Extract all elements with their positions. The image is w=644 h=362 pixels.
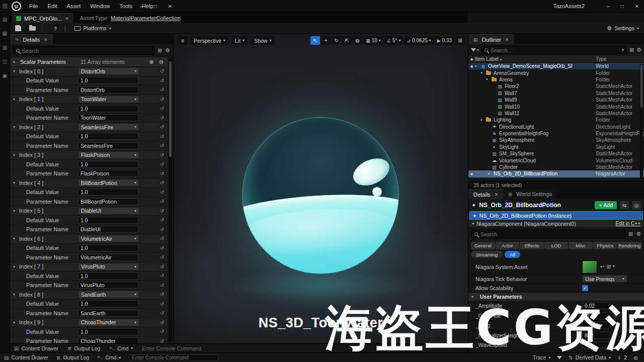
category-physics[interactable]: Physics bbox=[593, 242, 617, 249]
console-command-input[interactable]: Enter Console Command bbox=[142, 345, 201, 351]
gear-icon[interactable]: ⚙ bbox=[165, 47, 170, 54]
menu-edit[interactable]: Edit bbox=[48, 3, 57, 9]
expander-icon[interactable]: ▾ bbox=[13, 69, 19, 73]
browse-asset-icon[interactable]: ⊞ bbox=[606, 264, 610, 269]
param-type-dropdown[interactable]: BillBoardPotion▾ bbox=[78, 179, 139, 187]
reset-to-default-icon[interactable]: ↺ bbox=[156, 134, 168, 139]
expander-icon[interactable]: ▾ bbox=[13, 60, 19, 64]
column-item-label[interactable]: Item Label bbox=[475, 56, 499, 62]
add-component-button[interactable]: + Add bbox=[595, 201, 617, 209]
use-selected-asset-icon[interactable]: ↩ bbox=[600, 264, 604, 269]
parameter-name-input[interactable] bbox=[78, 282, 138, 289]
outliner-row[interactable]: ▧Wall9StaticMeshActor bbox=[468, 97, 644, 103]
cmd-dropdown[interactable]: >_ Cmd ▾ bbox=[109, 345, 133, 351]
maximize-viewport-icon[interactable]: ⊞ bbox=[455, 36, 465, 45]
rotation-snap-control[interactable]: ∠ 5° ▾ bbox=[384, 36, 404, 45]
reset-to-default-icon[interactable]: ↺ bbox=[156, 87, 168, 93]
tab-world-settings[interactable]: ◍ World Settings bbox=[503, 189, 557, 199]
parameter-name-input[interactable] bbox=[78, 86, 138, 94]
expander-icon[interactable]: ▾ bbox=[13, 236, 19, 241]
panel-icon[interactable]: ▥ bbox=[3, 45, 7, 50]
output-log-button[interactable]: ≣ Output Log bbox=[56, 354, 89, 360]
reset-to-default-icon[interactable]: ↺ bbox=[156, 301, 168, 307]
param-type-dropdown[interactable]: ToonWater▾ bbox=[78, 96, 139, 103]
panel-icon[interactable]: ▦ bbox=[3, 31, 7, 36]
grid-snap-control[interactable]: ▦ 10 ▾ bbox=[363, 36, 383, 45]
expander-icon[interactable]: ▾ bbox=[13, 153, 19, 157]
reset-to-default-icon[interactable]: ↺ bbox=[156, 97, 168, 102]
asset-type-link[interactable]: MaterialParameterCollection bbox=[111, 15, 181, 21]
outliner-row[interactable]: ▧Floor2StaticMeshActor bbox=[468, 83, 644, 89]
viewport[interactable]: ≡ Perspective ▾ Lit ▾ Show ▾ ↖ + ↻ ⇱ ◍ ▦… bbox=[174, 34, 468, 343]
parameter-name-input[interactable] bbox=[78, 226, 138, 233]
tick-behavior-dropdown[interactable]: Use Prereqs ▾ bbox=[582, 275, 627, 283]
menu-tools[interactable]: Tools bbox=[119, 3, 132, 9]
menu-asset[interactable]: Asset bbox=[67, 3, 81, 9]
niagara-asset-thumbnail[interactable] bbox=[582, 260, 597, 274]
search-box[interactable] bbox=[13, 46, 154, 55]
outliner-row[interactable]: ☀DirectionalLightDirectionalLight bbox=[468, 124, 644, 130]
reset-to-default-icon[interactable]: ↺ bbox=[156, 124, 168, 130]
viewport-menu-button[interactable]: ≡ bbox=[178, 36, 188, 45]
reset-to-default-icon[interactable]: ↺ bbox=[156, 152, 168, 158]
panel-icon[interactable]: ◫ bbox=[3, 59, 7, 64]
param-type-dropdown[interactable]: FlaskPoison▾ bbox=[78, 151, 139, 159]
revision-control-icon[interactable]: ◍ bbox=[633, 355, 638, 360]
expander-icon[interactable]: ▾ bbox=[480, 118, 486, 122]
parameter-name-input[interactable] bbox=[78, 310, 138, 317]
param-type-dropdown[interactable]: DistortOrb▾ bbox=[78, 67, 139, 75]
scale-tool-icon[interactable]: ⇱ bbox=[342, 36, 352, 45]
perspective-dropdown[interactable]: Perspective ▾ bbox=[190, 36, 229, 45]
expander-icon[interactable]: ▾ bbox=[13, 180, 19, 185]
expand-sections-icon[interactable]: ⇆ bbox=[620, 201, 629, 209]
maximize-icon[interactable]: □ bbox=[154, 4, 157, 9]
reset-to-default-icon[interactable]: ↺ bbox=[156, 283, 168, 288]
close-icon[interactable]: ✕ bbox=[495, 192, 499, 197]
category-misc[interactable]: Misc bbox=[569, 242, 593, 249]
outliner-row[interactable]: ▾LightingFolder bbox=[468, 117, 644, 123]
user-parameter-input[interactable] bbox=[582, 332, 610, 339]
default-value-input[interactable] bbox=[78, 273, 138, 280]
component-row[interactable]: ▾ NiagaraComponent (NiagaraComponent0) E… bbox=[468, 220, 644, 228]
move-tool-icon[interactable]: + bbox=[321, 36, 331, 45]
param-type-dropdown[interactable]: VolumetricAir▾ bbox=[78, 235, 139, 242]
select-tool-icon[interactable]: ↖ bbox=[310, 36, 320, 45]
scrollbar-thumb[interactable] bbox=[169, 61, 172, 157]
scrollbar[interactable] bbox=[640, 64, 643, 179]
trace-dropdown[interactable]: Trace ▾ bbox=[533, 354, 550, 360]
tab-details[interactable]: ✎ Details ✕ bbox=[10, 34, 53, 44]
default-value-input[interactable] bbox=[78, 217, 138, 224]
menu-window[interactable]: Window bbox=[90, 3, 110, 9]
console-command-input[interactable] bbox=[129, 354, 218, 361]
reset-to-default-icon[interactable]: ↺ bbox=[156, 292, 168, 297]
user-parameter-input[interactable] bbox=[582, 341, 610, 348]
reset-to-default-icon[interactable]: ↺ bbox=[156, 329, 168, 334]
user-parameter-input[interactable] bbox=[582, 322, 610, 329]
filter-streaming[interactable]: Streaming bbox=[471, 251, 503, 258]
rotate-tool-icon[interactable]: ↻ bbox=[332, 36, 341, 45]
filter-button[interactable]: ▾ bbox=[471, 48, 479, 52]
asset-tab-mpc-orbglow[interactable]: MPC_OrbGlo... ✕ bbox=[12, 13, 73, 23]
view-options-icon[interactable]: ⊞ bbox=[157, 47, 162, 54]
outliner-row[interactable]: ▧Wall7StaticMeshActor bbox=[468, 90, 644, 97]
parameter-name-input[interactable] bbox=[78, 170, 138, 177]
reset-to-default-icon[interactable]: ↺ bbox=[156, 310, 168, 316]
reset-to-default-icon[interactable]: ↺ bbox=[156, 171, 168, 176]
default-value-input[interactable] bbox=[78, 300, 138, 307]
panel-icon[interactable]: ▤ bbox=[3, 17, 7, 22]
reset-to-default-icon[interactable]: ↺ bbox=[156, 78, 168, 83]
category-rendering[interactable]: Rendering bbox=[617, 242, 641, 249]
world-local-toggle-icon[interactable]: ◍ bbox=[353, 36, 362, 45]
reset-to-default-icon[interactable]: ↺ bbox=[156, 217, 168, 223]
reset-to-default-icon[interactable]: ↺ bbox=[610, 313, 621, 318]
cmd-dropdown[interactable]: >_ Cmd ▾ bbox=[97, 354, 121, 360]
expander-icon[interactable]: ▾ bbox=[475, 64, 480, 68]
minimize-icon[interactable]: – bbox=[140, 4, 143, 9]
show-dropdown[interactable]: Show ▾ bbox=[251, 36, 275, 45]
reset-to-default-icon[interactable]: ↺ bbox=[156, 264, 168, 269]
default-value-input[interactable] bbox=[78, 328, 138, 335]
filter-all[interactable]: All bbox=[505, 251, 520, 258]
search-input[interactable] bbox=[22, 48, 151, 54]
reset-to-default-icon[interactable]: ↺ bbox=[156, 338, 168, 343]
visibility-column-icon[interactable]: ◉ bbox=[468, 57, 475, 61]
